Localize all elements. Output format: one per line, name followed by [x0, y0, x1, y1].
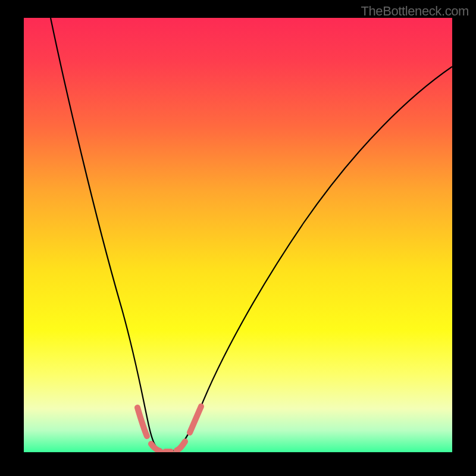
plot-background	[24, 18, 452, 452]
chart-frame: TheBottleneck.com	[0, 0, 476, 476]
watermark-text: TheBottleneck.com	[361, 4, 469, 19]
